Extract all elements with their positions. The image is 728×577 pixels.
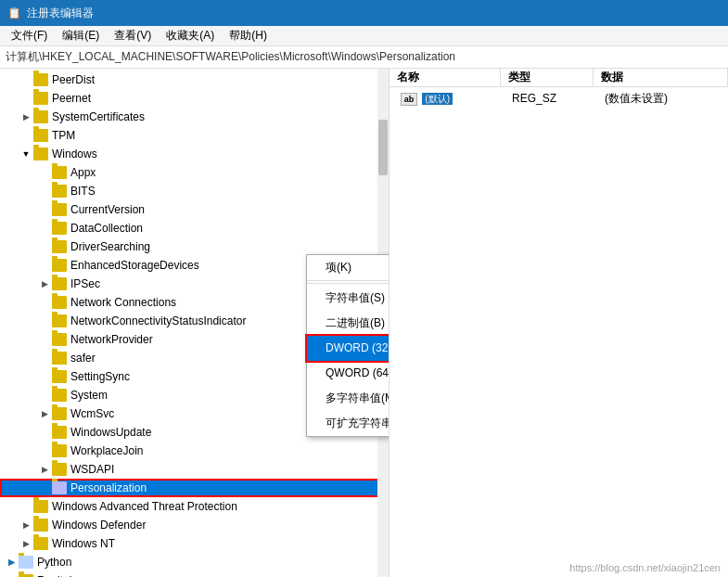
context-menu-item-string[interactable]: 字符串值(S) <box>307 286 390 311</box>
context-menu-item-binary[interactable]: 二进制值(B) <box>307 311 390 336</box>
menu-favorites[interactable]: 收藏夹(A) <box>159 26 222 45</box>
watermark: https://blog.csdn.net/xiaojin21cen <box>569 562 721 573</box>
context-menu-item-expandstring[interactable]: 可扩充字符串值(E) <box>307 411 390 436</box>
right-body: ab (默认) REG_SZ (数值未设置) <box>390 87 728 577</box>
context-menu-item-dword[interactable]: DWORD (32 位)值(D) <box>307 336 390 361</box>
context-menu-left: 项(K) 新建(N) › 字符串值(S) 二进制值(B) <box>306 254 390 437</box>
right-header: 名称 类型 数据 <box>390 69 728 87</box>
app-title: 注册表编辑器 <box>27 6 94 21</box>
separator-1 <box>307 283 390 284</box>
menu-file[interactable]: 文件(F) <box>4 26 55 45</box>
reg-default-tag: (默认) <box>422 93 453 105</box>
col-header-type: 类型 <box>501 68 594 87</box>
tree-pane: ▶ PeerDist ▶ Peernet ▶ SystemCertificate… <box>0 69 390 577</box>
reg-name-0: ab (默认) <box>393 92 504 106</box>
col-header-data: 数据 <box>594 68 728 87</box>
menu-view[interactable]: 查看(V) <box>107 26 159 45</box>
context-menu-overlay: 项(K) 新建(N) › 字符串值(S) 二进制值(B) <box>0 69 389 577</box>
col-header-name: 名称 <box>390 68 501 87</box>
reg-row-0[interactable]: ab (默认) REG_SZ (数值未设置) <box>390 89 728 108</box>
reg-name-icon-0: ab <box>401 93 417 106</box>
menu-help[interactable]: 帮助(H) <box>222 26 275 45</box>
address-bar: 计算机\HKEY_LOCAL_MACHINE\SOFTWARE\Policies… <box>0 46 728 69</box>
context-menu-header-row: 项(K) 新建(N) › <box>307 255 390 281</box>
title-bar: 📋 注册表编辑器 <box>0 0 728 26</box>
context-menu-item-xiang[interactable]: 项(K) <box>307 255 390 280</box>
menu-bar: 文件(F) 编辑(E) 查看(V) 收藏夹(A) 帮助(H) <box>0 26 728 46</box>
reg-type-0: REG_SZ <box>504 92 597 105</box>
menu-edit[interactable]: 编辑(E) <box>55 26 107 45</box>
reg-data-0: (数值未设置) <box>597 91 724 107</box>
context-menu-item-multistring[interactable]: 多字符串值(M) <box>307 386 390 411</box>
right-pane: 名称 类型 数据 ab (默认) REG_SZ (数值未设置) <box>390 69 728 577</box>
context-menu-item-qword[interactable]: QWORD (64 位)值(Q) <box>307 361 390 386</box>
app-icon: 📋 <box>7 6 21 19</box>
address-text: 计算机\HKEY_LOCAL_MACHINE\SOFTWARE\Policies… <box>6 49 455 65</box>
main-content: ▶ PeerDist ▶ Peernet ▶ SystemCertificate… <box>0 69 728 577</box>
